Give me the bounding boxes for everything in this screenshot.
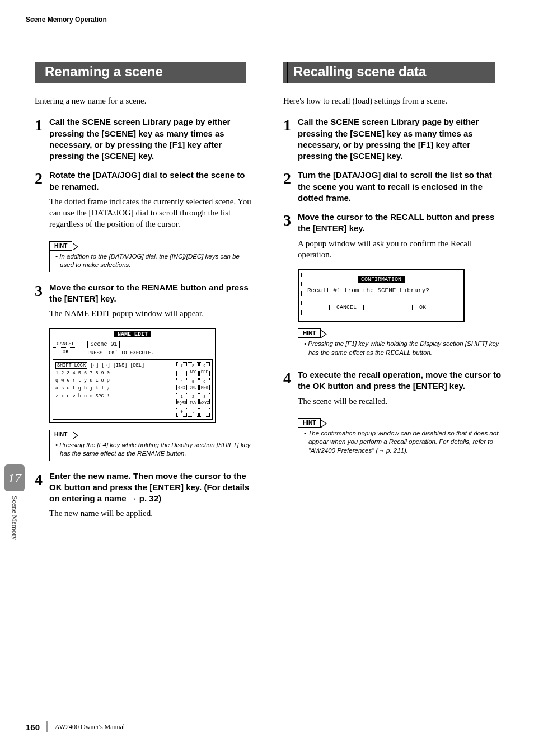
step-title: To execute the recall operation, move th… xyxy=(298,369,505,392)
intro-right: Here's how to recall (load) settings fro… xyxy=(283,95,505,106)
content-columns: Renaming a scene Entering a new name for… xyxy=(35,62,508,528)
step-content: To execute the recall operation, move th… xyxy=(298,369,505,411)
step-2-left: 2 Rotate the [DATA/JOG] dial to select t… xyxy=(35,170,256,234)
header-rule xyxy=(26,25,508,25)
ok-button[interactable]: OK xyxy=(53,349,78,355)
heading-bar xyxy=(35,62,39,83)
pad-2[interactable]: 2 TUV xyxy=(188,393,198,407)
hint-text: • Pressing the [F4] key while holding th… xyxy=(55,441,254,458)
step-title: Move the cursor to the RECALL button and… xyxy=(298,212,505,234)
pad-6[interactable]: 6 MNO xyxy=(199,378,210,392)
hint-body: • The confirmation popup window can be d… xyxy=(298,427,505,458)
heading-title: Recalling scene data xyxy=(288,62,505,83)
step-2-right: 2 Turn the [DATA/JOG] dial to scroll the… xyxy=(283,170,505,207)
step-4-right: 4 To execute the recall operation, move … xyxy=(283,369,505,411)
shift-lock-button[interactable]: SHIFT LOCK xyxy=(55,362,87,369)
step-number: 2 xyxy=(283,170,298,207)
pad-3[interactable]: 3 WXYZ xyxy=(199,393,210,407)
side-tab: 17 Scene Memory xyxy=(4,464,25,540)
confirmation-screenshot: CONFIRMATION Recall #1 from the SCENE Li… xyxy=(298,269,505,322)
confirmation-title: CONFIRMATION xyxy=(358,276,405,283)
running-header: Scene Memory Operation xyxy=(26,16,107,24)
heading-bar xyxy=(283,62,288,83)
step-number: 3 xyxy=(35,282,49,324)
pad-0[interactable]: 0 xyxy=(176,408,187,416)
step-title: Rotate the [DATA/JOG] dial to select the… xyxy=(49,170,256,192)
hint-body: • Pressing the [F4] key while holding th… xyxy=(49,439,256,461)
step-content: Call the SCENE screen Library page by ei… xyxy=(49,116,256,165)
step-body: The scene will be recalled. xyxy=(298,396,505,407)
pad-4[interactable]: 4 GHI xyxy=(176,378,187,392)
step-number: 2 xyxy=(35,170,49,234)
hint-2-left: HINT • Pressing the [F4] key while holdi… xyxy=(49,429,256,461)
heading-recalling: Recalling scene data xyxy=(283,62,505,83)
hint-text: • Pressing the [F1] key while holding th… xyxy=(304,340,503,357)
hint-label: HINT xyxy=(49,430,72,439)
hint-body: • In addition to the [DATA/JOG] dial, th… xyxy=(49,250,256,272)
step-body: The dotted frame indicates the currently… xyxy=(49,196,256,230)
step-number: 1 xyxy=(283,116,298,165)
pad-1[interactable]: 1 PQRS xyxy=(176,393,187,407)
press-ok-text: PRESS 'OK' TO EXECUTE. xyxy=(87,350,213,356)
step-title: Call the SCENE screen Library page by ei… xyxy=(298,116,505,162)
step-content: Turn the [DATA/JOG] dial to scroll the l… xyxy=(298,170,505,207)
step-3-left: 3 Move the cursor to the RENAME button a… xyxy=(35,282,256,324)
pad-blank xyxy=(199,408,210,416)
step-body: The new name will be applied. xyxy=(49,508,256,519)
keyboard-area: SHIFT LOCK [←] [→] [INS] [DEL] 1 2 3 4 5… xyxy=(53,359,213,419)
step-content: Move the cursor to the RENAME button and… xyxy=(49,282,256,324)
kb-edit-row: [←] [→] [INS] [DEL] xyxy=(90,363,144,368)
step-3-right: 3 Move the cursor to the RECALL button a… xyxy=(283,212,505,265)
hint-text: • In addition to the [DATA/JOG] dial, th… xyxy=(55,252,254,270)
step-number: 3 xyxy=(283,212,298,265)
ok-button[interactable]: OK xyxy=(412,304,433,311)
footer: 160 AW2400 Owner's Manual xyxy=(26,721,125,732)
kb-z-row[interactable]: z x c v b n m SPC ! xyxy=(55,393,172,401)
name-edit-title: NAME EDIT xyxy=(114,331,151,337)
step-title: Turn the [DATA/JOG] dial to scroll the l… xyxy=(298,170,505,204)
kb-num-row[interactable]: 1 2 3 4 5 6 7 8 9 0 xyxy=(55,370,172,378)
hint-1-right: HINT • Pressing the [F1] key while holdi… xyxy=(298,327,505,359)
step-1-right: 1 Call the SCENE screen Library page by … xyxy=(283,116,505,165)
hint-label: HINT xyxy=(298,418,321,428)
step-content: Call the SCENE screen Library page by ei… xyxy=(298,116,505,165)
numpad[interactable]: 7 8 ABC 9 DEF 4 GHI 5 JKL 6 MNO 1 PQRS 2… xyxy=(176,362,210,416)
confirmation-message: Recall #1 from the SCENE Library? xyxy=(307,287,455,294)
pad-9[interactable]: 9 DEF xyxy=(199,362,210,377)
step-number: 4 xyxy=(283,369,298,411)
step-1-left: 1 Call the SCENE screen Library page by … xyxy=(35,116,256,165)
step-4-left: 4 Enter the new name. Then move the curs… xyxy=(35,471,256,524)
left-column: Renaming a scene Entering a new name for… xyxy=(35,62,256,528)
step-title: Call the SCENE screen Library page by ei… xyxy=(49,116,256,162)
hint-1-left: HINT • In addition to the [DATA/JOG] dia… xyxy=(49,240,256,272)
step-body: The NAME EDIT popup window will appear. xyxy=(49,308,256,319)
footer-bar xyxy=(46,721,48,732)
hint-2-right: HINT • The confirmation popup window can… xyxy=(298,417,505,458)
heading-renaming: Renaming a scene xyxy=(35,62,256,83)
pad-dot[interactable]: . xyxy=(188,408,198,416)
hint-body: • Pressing the [F1] key while holding th… xyxy=(298,337,505,359)
scene-name-field[interactable]: Scene 01 xyxy=(87,341,120,348)
step-title: Move the cursor to the RENAME button and… xyxy=(49,282,256,305)
pad-5[interactable]: 5 JKL xyxy=(188,378,198,392)
chapter-label: Scene Memory xyxy=(10,496,19,540)
step-number: 1 xyxy=(35,116,49,165)
manual-title: AW2400 Owner's Manual xyxy=(55,723,125,731)
page-number: 160 xyxy=(26,722,40,732)
step-body: A popup window will ask you to confirm t… xyxy=(298,238,505,261)
cancel-button[interactable]: CANCEL xyxy=(53,341,78,348)
cancel-button[interactable]: CANCEL xyxy=(329,304,364,311)
kb-q-row[interactable]: q w e r t y u i o p xyxy=(55,377,172,385)
hint-label: HINT xyxy=(298,328,321,338)
pad-7[interactable]: 7 xyxy=(176,362,187,377)
heading-title: Renaming a scene xyxy=(39,62,256,83)
right-column: Recalling scene data Here's how to recal… xyxy=(283,62,505,528)
hint-text: • The confirmation popup window can be d… xyxy=(304,429,503,456)
step-number: 4 xyxy=(35,471,49,524)
step-content: Move the cursor to the RECALL button and… xyxy=(298,212,505,265)
step-content: Enter the new name. Then move the cursor… xyxy=(49,471,256,524)
step-title: Enter the new name. Then move the cursor… xyxy=(49,471,256,505)
kb-a-row[interactable]: a s d f g h j k l ; xyxy=(55,385,172,393)
pad-8[interactable]: 8 ABC xyxy=(188,362,198,377)
name-edit-screenshot: NAME EDIT CANCEL OK Scene 01 PRESS 'OK' … xyxy=(49,328,256,422)
